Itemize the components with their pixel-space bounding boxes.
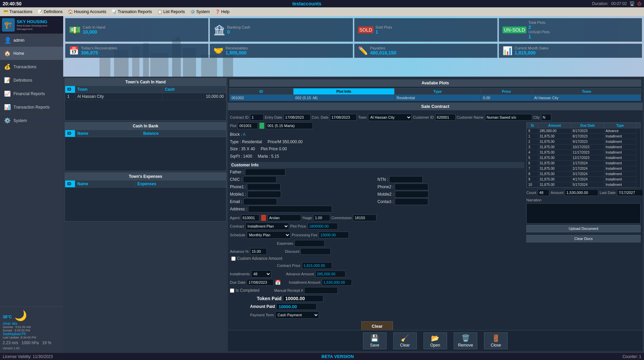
schedule-select[interactable]: Monthly Plan [247,231,290,239]
payment-term-label: Payment Term [250,313,274,317]
commission-input[interactable] [353,214,376,221]
plot-row[interactable]: 001002 002 (5.15 -M) Residential 0.00 Al… [230,95,641,101]
customer-name-input[interactable] [485,114,532,121]
schedule-row[interactable]: 2 31,875.00 9/17/2023 Installment [527,139,640,145]
payment-term-select[interactable]: Cash Payment [275,311,319,319]
entry-date-input[interactable] [284,114,311,121]
schedule-row[interactable]: 10 31,875.00 5/17/2024 Installment [527,182,640,188]
town-select[interactable]: Al Hassan City [368,114,412,121]
plot-id-input[interactable] [238,122,258,129]
contract-id-input[interactable] [250,114,264,121]
stat-banking-cash[interactable]: 🏦 Banking Cash 0 [210,18,353,42]
stat-sold-plots[interactable]: SOLD Sold Plots 1 [354,18,497,42]
amount-paid-input[interactable] [276,303,317,310]
remove-button[interactable]: 🗑️ Remove [454,332,478,349]
definitions-menu-icon: 📝 [38,9,43,14]
due-date-input[interactable] [247,279,274,286]
stat-todays-recoverables[interactable]: 📅 Today's Recoverables 306,875 [65,44,208,58]
agent-name-input[interactable] [268,214,301,221]
schedule-row[interactable]: 1 31,875.00 8/17/2023 Installment [527,134,640,139]
installments-select[interactable]: 48 [251,270,271,278]
sidebar-item-home[interactable]: 🏠 Home [0,47,63,60]
sidebar-user: 👤 admin [0,34,63,47]
email-input[interactable] [243,198,277,205]
stat-cash-in-hand[interactable]: 💵 Cash In Hand 10,000 [65,18,208,42]
table-row[interactable]: 1 Al Hassan City 10,000.00 [65,93,226,100]
processing-fee-input[interactable] [319,232,349,238]
phone1-input[interactable] [247,184,281,190]
schedule-row[interactable]: 5 31,875.00 12/17/2023 Installment [527,155,640,161]
stat-receiveables[interactable]: 🤝 Receiveables 1,805,000 [210,44,353,58]
stat-current-month-sales[interactable]: 📊 Current Month Sales 1,815,000 [499,44,642,58]
city-input[interactable] [541,114,551,121]
open-button[interactable]: 📂 Open [424,332,447,349]
sidebar-item-transaction-reports[interactable]: 📊 Transaction Reports [0,101,63,114]
plot-row-info: 002 (5.15 -M) [293,95,394,101]
banking-cash-label: Banking Cash [227,25,250,29]
sidebar-item-financial-reports[interactable]: 📈 Financial Reports [0,87,63,101]
sidebar-item-definitions[interactable]: 📝 Definitions [0,74,63,87]
customer-id-input[interactable] [435,114,455,121]
duration-value: 00:07:02 [611,1,627,6]
close-button[interactable]: 🚪 Close [484,332,508,349]
count-input[interactable] [537,189,549,196]
father-input[interactable] [245,169,285,175]
schedule-row[interactable]: 7 31,875.00 2/17/2024 Installment [527,166,640,171]
menu-help[interactable]: ❓ Help [213,9,232,15]
calendar-btn[interactable]: 📅 [275,280,281,285]
plot-desc-input[interactable] [266,122,313,129]
expenses-form-input[interactable] [294,240,325,247]
menu-definitions[interactable]: 📝 Definitions [36,9,65,15]
upload-document-button[interactable]: Upload Document [526,225,641,232]
stat-payables[interactable]: ✏️ Payables 480,018,150 [354,44,497,58]
is-completed-checkbox[interactable] [230,288,234,293]
schedule-row[interactable]: 8 31,875.00 3/17/2024 Installment [527,171,640,177]
token-paid-input[interactable] [283,295,323,302]
custom-advance-checkbox[interactable] [231,256,236,261]
percent-age-input[interactable] [313,214,330,221]
schedule-row[interactable]: 0 285,000.00 8/17/2023 Advance [527,128,640,134]
contract-type-select[interactable]: Installment Plan [245,223,289,230]
mobile1-input[interactable] [247,191,281,198]
phone2-input[interactable] [395,184,428,190]
mobile2-input[interactable] [395,191,429,198]
discount-input[interactable] [300,248,331,255]
open-label: Open [430,343,440,348]
contract-price-input[interactable] [302,262,332,269]
schedule-row[interactable]: 6 31,875.00 1/17/2024 Installment [527,161,640,166]
sidebar-item-transactions[interactable]: 💰 Transactions [0,60,63,74]
address-input[interactable] [248,206,332,212]
cash-in-bank-panel: Cash In Bank ID Name Balance [65,122,227,171]
amount-summary-input[interactable] [565,189,598,196]
cnic-input[interactable] [243,176,277,183]
contact-input[interactable] [395,198,428,205]
advance-pct-input[interactable] [250,248,267,255]
narration-textarea[interactable] [526,203,641,224]
con-date-input[interactable] [330,114,357,121]
manual-receipt-input[interactable] [304,287,338,294]
clear-docs-button[interactable]: Clear Docs [526,235,641,242]
stat-total-unsold-plots[interactable]: UN-SOLD Total Plots 2 UnSold Plots 1 [499,18,642,42]
menu-system[interactable]: ⚙️ System [188,9,212,15]
sched-due-date: 3/17/2024 [571,171,604,177]
clear-button[interactable]: 🧹 Clear [393,332,417,349]
installment-amount-input[interactable] [322,279,352,286]
menu-list-reports[interactable]: 📋 List Reports [155,9,187,15]
plot-price-field-input[interactable] [308,223,338,230]
menu-transaction-reports[interactable]: 📊 Transation Reports [110,9,154,15]
clear-payment-button[interactable]: Clear [361,321,393,330]
monitor-icon[interactable]: 🖥️ [630,1,635,6]
sidebar-item-system[interactable]: ⚙️ System [0,114,63,127]
advance-amount-input[interactable] [315,271,346,277]
menu-transactions[interactable]: 💳 Transactions [1,9,34,15]
save-button[interactable]: 💾 Save [363,332,387,349]
schedule-row[interactable]: 4 31,875.00 11/17/2023 Installment [527,150,640,155]
schedule-row[interactable]: 9 31,875.00 4/17/2024 Installment [527,177,640,182]
ntn-input[interactable] [389,176,423,183]
last-date-input[interactable] [617,189,643,196]
agent-id-input[interactable] [241,214,259,221]
schedule-row[interactable]: 3 31,875.00 10/17/2023 Installment [527,145,640,150]
account-title: testaccounts [292,1,321,6]
power-icon[interactable]: ⏻ [637,1,641,6]
menu-housing-accounts[interactable]: 🏠 Housing Accounts [66,9,108,15]
